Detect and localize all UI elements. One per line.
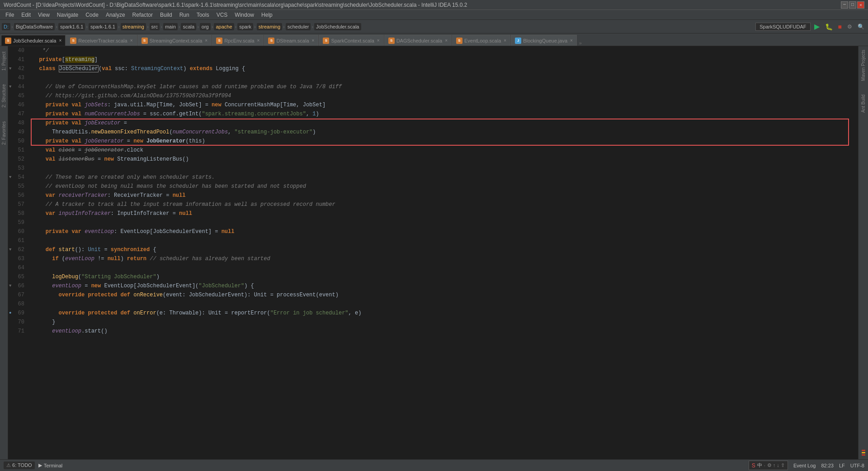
event-log-toggle[interactable]: Event Log: [793, 463, 816, 468]
structure-panel-toggle[interactable]: 2: Structure: [0, 82, 7, 109]
debug-button[interactable]: 🐛: [823, 22, 835, 31]
tab-jobscheduler[interactable]: S JobScheduler.scala ×: [1, 35, 66, 46]
tab-close-5[interactable]: ×: [312, 38, 315, 43]
settings-button[interactable]: ⚙: [845, 23, 854, 31]
crumb-streaming[interactable]: streaming: [121, 23, 146, 30]
token-42-2: (: [99, 66, 102, 72]
line-num-47: 47: [8, 109, 27, 119]
code-line-49: ThreadUtils.newDaemonFixedThreadPool(num…: [31, 128, 858, 137]
tab-close-8[interactable]: ×: [504, 38, 506, 43]
code-scroll-area[interactable]: 40 41 ▼42 43 ▼44 45 46 47 48 49 50 51 52…: [8, 46, 858, 459]
code-line-41: private[streaming]: [31, 55, 858, 64]
tab-close-4[interactable]: ×: [257, 38, 260, 43]
crumb-file[interactable]: JobScheduler.scala: [314, 23, 361, 30]
tab-close-2[interactable]: ×: [130, 38, 133, 43]
line-num-52: 52: [8, 155, 27, 164]
fold-icon-44[interactable]: ▼: [9, 85, 11, 89]
line-ending[interactable]: LF: [839, 463, 845, 468]
menu-window[interactable]: Window: [231, 10, 258, 20]
tab-streamingcontext[interactable]: S StreamingContext.scala ×: [137, 35, 212, 46]
token-44: // Use of ConcurrentHashMap.keySet later…: [33, 84, 342, 90]
line-num-63: 63: [8, 254, 27, 263]
line-num-69: ●69: [8, 309, 27, 318]
code-line-58: var inputInfoTracker: InputInfoTracker =…: [31, 209, 858, 218]
line-num-41: 41: [8, 55, 27, 64]
code-line-51: val clock = jobGenerator.clock: [31, 146, 858, 155]
crumb-streaming2[interactable]: streaming: [257, 23, 282, 30]
tab-sparkcontext[interactable]: S SparkContext.scala ×: [319, 35, 383, 46]
tab-dstream[interactable]: S DStream.scala ×: [264, 35, 318, 46]
menu-navigate[interactable]: Navigate: [53, 10, 82, 20]
menu-edit[interactable]: Edit: [18, 10, 34, 20]
crumb-d[interactable]: D:: [2, 23, 10, 30]
tab-blockingqueue[interactable]: J BlockingQueue.java ×: [511, 35, 577, 46]
cursor-position[interactable]: 82:23: [821, 463, 834, 468]
crumb-bigdata[interactable]: BigDataSoftware: [14, 23, 55, 30]
tabs-overflow[interactable]: »: [579, 40, 582, 46]
line-num-49: 49: [8, 128, 27, 137]
menu-vcs[interactable]: VCS: [213, 10, 231, 20]
status-right: S 中 · ⚙ ↑ ↓ ⇧ Event Log 82:23 LF UTF-8: [749, 461, 864, 470]
crumb-scheduler[interactable]: scheduler: [286, 23, 311, 30]
tab-close-1[interactable]: ×: [59, 38, 61, 43]
crumb-main[interactable]: main: [163, 23, 178, 30]
crumb-src[interactable]: src: [150, 23, 160, 30]
close-button[interactable]: ✕: [857, 1, 864, 9]
project-panel-toggle[interactable]: 1: Project: [0, 50, 7, 72]
menu-run[interactable]: Run: [176, 10, 193, 20]
fold-icon-66[interactable]: ▼: [9, 284, 11, 288]
menu-build[interactable]: Build: [156, 10, 176, 20]
token-67-1: override protected def: [33, 292, 133, 298]
search-toolbar-button[interactable]: 🔍: [856, 23, 866, 31]
line-num-61: 61: [8, 236, 27, 245]
menu-code[interactable]: Code: [82, 10, 102, 20]
tab-dagscheduler[interactable]: S DAGScheduler.scala ×: [384, 35, 452, 46]
tab-close-3[interactable]: ×: [205, 38, 208, 43]
crumb-scala[interactable]: scala: [181, 23, 196, 30]
maximize-button[interactable]: □: [849, 1, 856, 9]
run-config-name[interactable]: SparkSQLUDFUDAF: [755, 23, 810, 31]
menu-help[interactable]: Help: [258, 10, 276, 20]
toolbar: D: › BigDataSoftware › spark1.6.1 › spar…: [0, 20, 868, 33]
fold-icon-54[interactable]: ▼: [9, 175, 11, 180]
line-numbers-gutter: 40 41 ▼42 43 ▼44 45 46 47 48 49 50 51 52…: [8, 46, 31, 459]
menu-view[interactable]: View: [34, 10, 53, 20]
token-49-2: newDaemonFixedThreadPool: [91, 129, 170, 135]
crumb-spark161b[interactable]: spark-1.6.1: [89, 23, 117, 30]
menu-tools[interactable]: Tools: [193, 10, 213, 20]
favorites-panel-toggle[interactable]: 2: Favorites: [0, 119, 7, 147]
code-line-59: [31, 218, 858, 227]
ime-dot: ·: [764, 463, 765, 468]
tab-close-9[interactable]: ×: [570, 38, 573, 43]
menu-file[interactable]: File: [2, 10, 18, 20]
menu-refactor[interactable]: Refactor: [129, 10, 156, 20]
tab-close-7[interactable]: ×: [445, 38, 448, 43]
maven-panel-toggle[interactable]: Maven Projects: [860, 48, 867, 83]
fold-icon-62[interactable]: ▼: [9, 247, 11, 252]
stop-button[interactable]: ■: [836, 22, 844, 31]
minimize-button[interactable]: ─: [841, 1, 848, 9]
terminal-toggle[interactable]: ▶ Terminal: [38, 462, 63, 468]
java-icon-1: J: [515, 38, 521, 44]
fold-icon-42[interactable]: ▼: [9, 67, 11, 71]
tab-close-6[interactable]: ×: [377, 38, 380, 43]
token-52-4: new: [104, 156, 114, 162]
token-52-1: val: [33, 156, 59, 162]
tab-rpcenv[interactable]: S RpcEnv.scala ×: [212, 35, 264, 46]
tab-eventloop[interactable]: S EventLoop.scala ×: [452, 35, 510, 46]
crumb-spark161[interactable]: spark1.6.1: [58, 23, 85, 30]
token-48-2: jobExecutor: [85, 120, 120, 126]
todo-count[interactable]: ⚠ 6: TODO: [4, 461, 35, 469]
breadcrumb: D: › BigDataSoftware › spark1.6.1 › spar…: [2, 23, 361, 30]
line-num-40: 40: [8, 46, 27, 55]
crumb-spark[interactable]: spark: [237, 23, 253, 30]
token-56-4: null: [173, 192, 186, 199]
run-button[interactable]: ▶: [812, 21, 821, 32]
crumb-apache[interactable]: apache: [214, 23, 234, 30]
tab-receivertracker[interactable]: S ReceiverTracker.scala ×: [66, 35, 137, 46]
token-69-1: override protected def: [33, 310, 133, 316]
crumb-org[interactable]: org: [200, 23, 211, 30]
ant-panel-toggle[interactable]: Ant Build: [860, 93, 867, 114]
encoding[interactable]: UTF-8: [850, 463, 864, 468]
menu-analyze[interactable]: Analyze: [102, 10, 129, 20]
